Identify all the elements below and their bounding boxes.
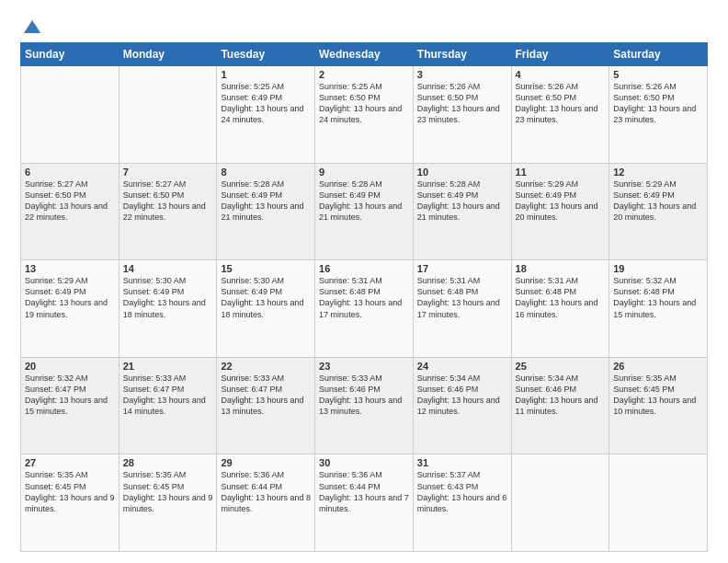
day-cell: 2Sunrise: 5:25 AM Sunset: 6:50 PM Daylig… bbox=[315, 66, 414, 164]
day-info: Sunrise: 5:26 AM Sunset: 6:50 PM Dayligh… bbox=[417, 81, 507, 126]
day-number: 25 bbox=[516, 361, 606, 372]
day-cell: 10Sunrise: 5:28 AM Sunset: 6:49 PM Dayli… bbox=[413, 163, 511, 260]
col-header-tuesday: Tuesday bbox=[217, 43, 315, 66]
day-info: Sunrise: 5:29 AM Sunset: 6:49 PM Dayligh… bbox=[613, 178, 703, 224]
day-cell: 3Sunrise: 5:26 AM Sunset: 6:50 PM Daylig… bbox=[413, 66, 511, 164]
day-cell: 22Sunrise: 5:33 AM Sunset: 6:47 PM Dayli… bbox=[217, 357, 315, 454]
day-cell: 27Sunrise: 5:35 AM Sunset: 6:45 PM Dayli… bbox=[21, 454, 119, 552]
calendar-body: 1Sunrise: 5:25 AM Sunset: 6:49 PM Daylig… bbox=[21, 66, 708, 552]
day-info: Sunrise: 5:35 AM Sunset: 6:45 PM Dayligh… bbox=[25, 469, 115, 514]
day-number: 13 bbox=[25, 263, 115, 274]
day-number: 18 bbox=[516, 263, 606, 274]
day-cell bbox=[119, 66, 217, 164]
day-number: 6 bbox=[25, 167, 115, 178]
day-number: 14 bbox=[123, 263, 213, 274]
day-info: Sunrise: 5:29 AM Sunset: 6:49 PM Dayligh… bbox=[516, 178, 606, 224]
day-info: Sunrise: 5:35 AM Sunset: 6:45 PM Dayligh… bbox=[613, 373, 703, 418]
day-cell: 12Sunrise: 5:29 AM Sunset: 6:49 PM Dayli… bbox=[609, 163, 708, 260]
day-number: 28 bbox=[123, 457, 213, 468]
day-info: Sunrise: 5:25 AM Sunset: 6:50 PM Dayligh… bbox=[319, 81, 409, 126]
day-cell: 13Sunrise: 5:29 AM Sunset: 6:49 PM Dayli… bbox=[21, 260, 119, 358]
day-cell: 25Sunrise: 5:34 AM Sunset: 6:46 PM Dayli… bbox=[511, 357, 609, 454]
day-number: 27 bbox=[25, 457, 115, 468]
col-header-sunday: Sunday bbox=[21, 43, 119, 66]
day-cell: 18Sunrise: 5:31 AM Sunset: 6:48 PM Dayli… bbox=[511, 260, 609, 358]
week-row: 1Sunrise: 5:25 AM Sunset: 6:49 PM Daylig… bbox=[21, 66, 708, 164]
day-cell: 31Sunrise: 5:37 AM Sunset: 6:43 PM Dayli… bbox=[413, 454, 511, 552]
day-cell: 7Sunrise: 5:27 AM Sunset: 6:50 PM Daylig… bbox=[119, 163, 217, 260]
day-number: 17 bbox=[417, 263, 507, 274]
day-info: Sunrise: 5:35 AM Sunset: 6:45 PM Dayligh… bbox=[123, 469, 213, 514]
day-info: Sunrise: 5:36 AM Sunset: 6:44 PM Dayligh… bbox=[319, 469, 409, 514]
col-header-monday: Monday bbox=[119, 43, 217, 66]
day-cell: 9Sunrise: 5:28 AM Sunset: 6:49 PM Daylig… bbox=[315, 163, 414, 260]
day-info: Sunrise: 5:30 AM Sunset: 6:49 PM Dayligh… bbox=[221, 275, 311, 320]
col-header-friday: Friday bbox=[511, 43, 609, 66]
day-cell: 30Sunrise: 5:36 AM Sunset: 6:44 PM Dayli… bbox=[315, 454, 414, 552]
day-number: 30 bbox=[319, 457, 409, 468]
day-number: 19 bbox=[613, 263, 703, 274]
day-number: 31 bbox=[417, 457, 507, 468]
day-number: 1 bbox=[221, 69, 311, 80]
week-row: 20Sunrise: 5:32 AM Sunset: 6:47 PM Dayli… bbox=[21, 357, 708, 454]
day-info: Sunrise: 5:31 AM Sunset: 6:48 PM Dayligh… bbox=[319, 275, 409, 320]
day-number: 5 bbox=[613, 69, 703, 80]
day-info: Sunrise: 5:28 AM Sunset: 6:49 PM Dayligh… bbox=[221, 178, 311, 224]
day-number: 10 bbox=[417, 167, 507, 178]
logo bbox=[20, 17, 42, 33]
day-number: 26 bbox=[613, 361, 703, 372]
day-info: Sunrise: 5:32 AM Sunset: 6:48 PM Dayligh… bbox=[613, 275, 703, 320]
day-number: 20 bbox=[25, 361, 115, 372]
day-cell: 21Sunrise: 5:33 AM Sunset: 6:47 PM Dayli… bbox=[119, 357, 217, 454]
day-info: Sunrise: 5:27 AM Sunset: 6:50 PM Dayligh… bbox=[25, 178, 115, 224]
day-info: Sunrise: 5:26 AM Sunset: 6:50 PM Dayligh… bbox=[613, 81, 703, 126]
header bbox=[20, 17, 708, 33]
day-number: 15 bbox=[221, 263, 311, 274]
day-cell: 29Sunrise: 5:36 AM Sunset: 6:44 PM Dayli… bbox=[217, 454, 315, 552]
day-info: Sunrise: 5:37 AM Sunset: 6:43 PM Dayligh… bbox=[417, 469, 507, 514]
day-number: 12 bbox=[613, 167, 703, 178]
day-cell bbox=[609, 454, 708, 552]
col-header-wednesday: Wednesday bbox=[315, 43, 414, 66]
day-info: Sunrise: 5:27 AM Sunset: 6:50 PM Dayligh… bbox=[123, 178, 213, 224]
day-number: 21 bbox=[123, 361, 213, 372]
day-number: 22 bbox=[221, 361, 311, 372]
day-info: Sunrise: 5:30 AM Sunset: 6:49 PM Dayligh… bbox=[123, 275, 213, 320]
day-info: Sunrise: 5:29 AM Sunset: 6:49 PM Dayligh… bbox=[25, 275, 115, 320]
day-info: Sunrise: 5:36 AM Sunset: 6:44 PM Dayligh… bbox=[221, 469, 311, 514]
day-info: Sunrise: 5:25 AM Sunset: 6:49 PM Dayligh… bbox=[221, 81, 311, 126]
day-cell: 6Sunrise: 5:27 AM Sunset: 6:50 PM Daylig… bbox=[21, 163, 119, 260]
day-cell: 1Sunrise: 5:25 AM Sunset: 6:49 PM Daylig… bbox=[217, 66, 315, 164]
day-cell: 4Sunrise: 5:26 AM Sunset: 6:50 PM Daylig… bbox=[511, 66, 609, 164]
day-number: 4 bbox=[516, 69, 606, 80]
day-cell: 8Sunrise: 5:28 AM Sunset: 6:49 PM Daylig… bbox=[217, 163, 315, 260]
day-number: 9 bbox=[319, 167, 409, 178]
day-cell: 17Sunrise: 5:31 AM Sunset: 6:48 PM Dayli… bbox=[413, 260, 511, 358]
day-number: 23 bbox=[319, 361, 409, 372]
column-headers: SundayMondayTuesdayWednesdayThursdayFrid… bbox=[21, 43, 708, 66]
col-header-thursday: Thursday bbox=[413, 43, 511, 66]
day-cell: 24Sunrise: 5:34 AM Sunset: 6:46 PM Dayli… bbox=[413, 357, 511, 454]
day-number: 2 bbox=[319, 69, 409, 80]
day-info: Sunrise: 5:33 AM Sunset: 6:47 PM Dayligh… bbox=[221, 373, 311, 418]
day-info: Sunrise: 5:31 AM Sunset: 6:48 PM Dayligh… bbox=[417, 275, 507, 320]
calendar-table: SundayMondayTuesdayWednesdayThursdayFrid… bbox=[20, 42, 708, 552]
day-info: Sunrise: 5:33 AM Sunset: 6:46 PM Dayligh… bbox=[319, 373, 409, 418]
day-number: 8 bbox=[221, 167, 311, 178]
day-info: Sunrise: 5:28 AM Sunset: 6:49 PM Dayligh… bbox=[319, 178, 409, 224]
logo-icon bbox=[22, 17, 42, 37]
day-number: 3 bbox=[417, 69, 507, 80]
day-info: Sunrise: 5:34 AM Sunset: 6:46 PM Dayligh… bbox=[417, 373, 507, 418]
day-number: 24 bbox=[417, 361, 507, 372]
day-cell: 11Sunrise: 5:29 AM Sunset: 6:49 PM Dayli… bbox=[511, 163, 609, 260]
page: SundayMondayTuesdayWednesdayThursdayFrid… bbox=[0, 0, 728, 563]
day-info: Sunrise: 5:32 AM Sunset: 6:47 PM Dayligh… bbox=[25, 373, 115, 418]
week-row: 13Sunrise: 5:29 AM Sunset: 6:49 PM Dayli… bbox=[21, 260, 708, 358]
day-cell: 5Sunrise: 5:26 AM Sunset: 6:50 PM Daylig… bbox=[609, 66, 708, 164]
day-cell bbox=[21, 66, 119, 164]
week-row: 6Sunrise: 5:27 AM Sunset: 6:50 PM Daylig… bbox=[21, 163, 708, 260]
day-cell: 15Sunrise: 5:30 AM Sunset: 6:49 PM Dayli… bbox=[217, 260, 315, 358]
day-cell: 23Sunrise: 5:33 AM Sunset: 6:46 PM Dayli… bbox=[315, 357, 414, 454]
week-row: 27Sunrise: 5:35 AM Sunset: 6:45 PM Dayli… bbox=[21, 454, 708, 552]
day-cell: 26Sunrise: 5:35 AM Sunset: 6:45 PM Dayli… bbox=[609, 357, 708, 454]
